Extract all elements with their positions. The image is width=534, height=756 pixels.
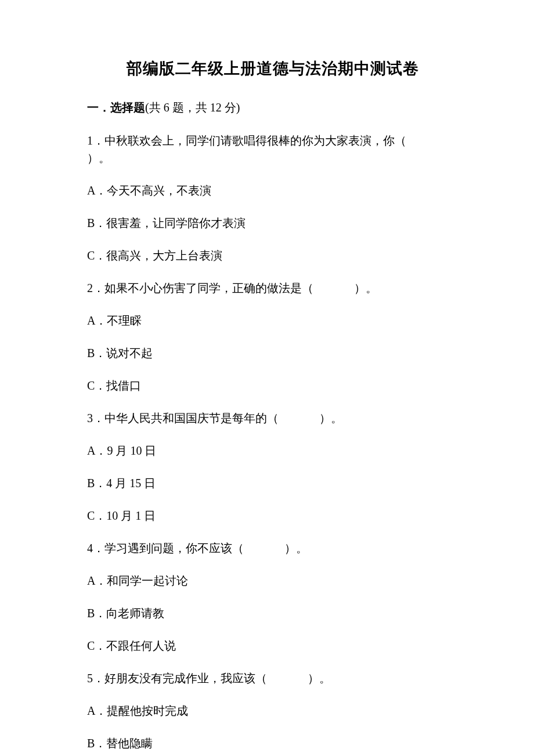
q4-option-c[interactable]: C．不跟任何人说 (87, 637, 459, 654)
q5-option-a[interactable]: A．提醒他按时完成 (87, 702, 459, 719)
q4-stem-end: ）。 (284, 542, 308, 555)
q3-option-a[interactable]: A．9 月 10 日 (87, 442, 459, 459)
q2-option-b[interactable]: B．说对不起 (87, 344, 459, 362)
q4-option-b[interactable]: B．向老师请教 (87, 604, 459, 622)
q4-stem: 4．学习遇到问题，你不应该（）。 (87, 539, 459, 557)
q3-option-b[interactable]: B．4 月 15 日 (87, 474, 459, 492)
q3-stem: 3．中华人民共和国国庆节是每年的（）。 (87, 409, 459, 427)
q1-stem-text: 1．中秋联欢会上，同学们请歌唱得很棒的你为大家表演，你（ (87, 134, 406, 147)
q2-stem-end: ）。 (354, 282, 377, 294)
q5-stem: 5．好朋友没有完成作业，我应该（）。 (87, 669, 459, 687)
q4-option-a[interactable]: A．和同学一起讨论 (87, 572, 459, 589)
q3-stem-text: 3．中华人民共和国国庆节是每年的（ (87, 412, 279, 424)
q2-option-a[interactable]: A．不理睬 (87, 312, 459, 329)
exam-title: 部编版二年级上册道德与法治期中测试卷 (87, 58, 459, 79)
q4-stem-text: 4．学习遇到问题，你不应该（ (87, 542, 244, 555)
q2-stem-text: 2．如果不小心伤害了同学，正确的做法是（ (87, 282, 313, 294)
q1-option-b[interactable]: B．很害羞，让同学陪你才表演 (87, 214, 459, 232)
q5-option-b[interactable]: B．替他隐瞒 (87, 735, 459, 752)
section-1-header: 一．选择题(共 6 题，共 12 分) (87, 100, 459, 116)
q5-stem-end: ）。 (308, 672, 331, 685)
section-1-meta: (共 6 题，共 12 分) (145, 101, 240, 114)
q5-stem-text: 5．好朋友没有完成作业，我应该（ (87, 672, 267, 685)
q1-option-c[interactable]: C．很高兴，大方上台表演 (87, 247, 459, 264)
q3-stem-end: ）。 (319, 412, 342, 424)
q2-stem: 2．如果不小心伤害了同学，正确的做法是（）。 (87, 279, 459, 297)
q2-option-c[interactable]: C．找借口 (87, 377, 459, 394)
q3-option-c[interactable]: C．10 月 1 日 (87, 507, 459, 524)
section-1-label: 一．选择题 (87, 101, 145, 114)
q1-option-a[interactable]: A．今天不高兴，不表演 (87, 182, 459, 199)
q1-stem-end: ）。 (87, 152, 110, 164)
q1-stem: 1．中秋联欢会上，同学们请歌唱得很棒的你为大家表演，你（）。 (87, 132, 459, 167)
